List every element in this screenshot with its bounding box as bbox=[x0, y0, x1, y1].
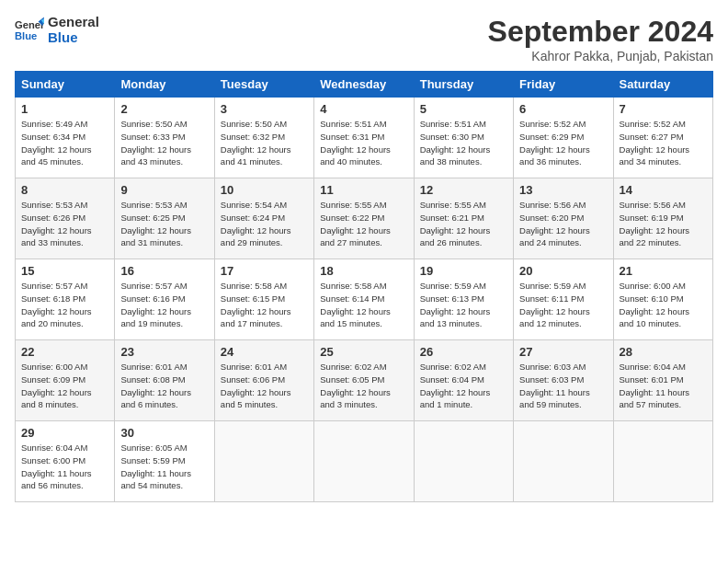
day-info: Sunrise: 6:02 AM Sunset: 6:05 PM Dayligh… bbox=[320, 361, 407, 411]
day-info: Sunrise: 6:04 AM Sunset: 6:01 PM Dayligh… bbox=[620, 361, 707, 411]
calendar-day-13: 13Sunrise: 5:56 AM Sunset: 6:20 PM Dayli… bbox=[514, 178, 613, 259]
day-number: 8 bbox=[21, 183, 108, 197]
day-info: Sunrise: 6:03 AM Sunset: 6:03 PM Dayligh… bbox=[519, 361, 607, 411]
day-number: 24 bbox=[221, 345, 308, 359]
calendar-day-empty bbox=[214, 421, 313, 502]
day-info: Sunrise: 6:01 AM Sunset: 6:06 PM Dayligh… bbox=[221, 361, 308, 411]
calendar-day-29: 29Sunrise: 6:04 AM Sunset: 6:00 PM Dayli… bbox=[16, 421, 115, 502]
calendar-day-6: 6Sunrise: 5:52 AM Sunset: 6:29 PM Daylig… bbox=[514, 98, 613, 178]
calendar-header-row: SundayMondayTuesdayWednesdayThursdayFrid… bbox=[16, 72, 713, 98]
day-info: Sunrise: 5:49 AM Sunset: 6:34 PM Dayligh… bbox=[21, 118, 108, 168]
day-header-friday: Friday bbox=[514, 72, 613, 98]
logo: General Blue General Blue bbox=[15, 15, 99, 45]
day-header-saturday: Saturday bbox=[613, 72, 712, 98]
calendar-day-24: 24Sunrise: 6:01 AM Sunset: 6:06 PM Dayli… bbox=[214, 340, 313, 421]
calendar-day-8: 8Sunrise: 5:53 AM Sunset: 6:26 PM Daylig… bbox=[16, 178, 115, 259]
calendar-day-11: 11Sunrise: 5:55 AM Sunset: 6:22 PM Dayli… bbox=[314, 178, 414, 259]
day-info: Sunrise: 6:04 AM Sunset: 6:00 PM Dayligh… bbox=[21, 442, 108, 492]
day-info: Sunrise: 5:57 AM Sunset: 6:16 PM Dayligh… bbox=[120, 280, 208, 330]
svg-text:Blue: Blue bbox=[15, 29, 37, 40]
calendar-day-23: 23Sunrise: 6:01 AM Sunset: 6:08 PM Dayli… bbox=[115, 340, 214, 421]
day-number: 26 bbox=[420, 345, 507, 359]
calendar-day-27: 27Sunrise: 6:03 AM Sunset: 6:03 PM Dayli… bbox=[514, 340, 613, 421]
calendar-week-1: 1Sunrise: 5:49 AM Sunset: 6:34 PM Daylig… bbox=[16, 98, 713, 178]
calendar-day-empty bbox=[613, 421, 712, 502]
month-title: September 2024 bbox=[488, 15, 713, 49]
location-subtitle: Kahror Pakka, Punjab, Pakistan bbox=[488, 49, 713, 63]
calendar-day-28: 28Sunrise: 6:04 AM Sunset: 6:01 PM Dayli… bbox=[613, 340, 712, 421]
calendar-day-empty bbox=[314, 421, 414, 502]
calendar-day-10: 10Sunrise: 5:54 AM Sunset: 6:24 PM Dayli… bbox=[214, 178, 313, 259]
day-number: 7 bbox=[620, 102, 707, 116]
day-info: Sunrise: 5:56 AM Sunset: 6:19 PM Dayligh… bbox=[620, 199, 707, 249]
calendar-week-5: 29Sunrise: 6:04 AM Sunset: 6:00 PM Dayli… bbox=[16, 421, 713, 502]
calendar-day-19: 19Sunrise: 5:59 AM Sunset: 6:13 PM Dayli… bbox=[414, 259, 513, 340]
day-info: Sunrise: 6:05 AM Sunset: 5:59 PM Dayligh… bbox=[120, 442, 208, 492]
day-number: 20 bbox=[519, 264, 607, 278]
calendar-week-4: 22Sunrise: 6:00 AM Sunset: 6:09 PM Dayli… bbox=[16, 340, 713, 421]
calendar-day-2: 2Sunrise: 5:50 AM Sunset: 6:33 PM Daylig… bbox=[115, 98, 214, 178]
day-number: 17 bbox=[221, 264, 308, 278]
day-number: 30 bbox=[120, 426, 208, 440]
day-number: 23 bbox=[120, 345, 208, 359]
day-info: Sunrise: 5:51 AM Sunset: 6:30 PM Dayligh… bbox=[420, 118, 507, 168]
calendar-day-12: 12Sunrise: 5:55 AM Sunset: 6:21 PM Dayli… bbox=[414, 178, 513, 259]
title-block: September 2024 Kahror Pakka, Punjab, Pak… bbox=[488, 15, 713, 63]
day-number: 27 bbox=[519, 345, 607, 359]
day-number: 15 bbox=[21, 264, 108, 278]
day-info: Sunrise: 5:59 AM Sunset: 6:13 PM Dayligh… bbox=[420, 280, 507, 330]
calendar-day-25: 25Sunrise: 6:02 AM Sunset: 6:05 PM Dayli… bbox=[314, 340, 414, 421]
calendar-day-17: 17Sunrise: 5:58 AM Sunset: 6:15 PM Dayli… bbox=[214, 259, 313, 340]
day-number: 25 bbox=[320, 345, 407, 359]
calendar-day-30: 30Sunrise: 6:05 AM Sunset: 5:59 PM Dayli… bbox=[115, 421, 214, 502]
day-info: Sunrise: 5:51 AM Sunset: 6:31 PM Dayligh… bbox=[320, 118, 407, 168]
day-info: Sunrise: 6:00 AM Sunset: 6:09 PM Dayligh… bbox=[21, 361, 108, 411]
day-number: 10 bbox=[221, 183, 308, 197]
calendar-day-5: 5Sunrise: 5:51 AM Sunset: 6:30 PM Daylig… bbox=[414, 98, 513, 178]
day-number: 9 bbox=[120, 183, 208, 197]
day-number: 19 bbox=[420, 264, 507, 278]
day-info: Sunrise: 5:58 AM Sunset: 6:15 PM Dayligh… bbox=[221, 280, 308, 330]
calendar-week-2: 8Sunrise: 5:53 AM Sunset: 6:26 PM Daylig… bbox=[16, 178, 713, 259]
day-info: Sunrise: 6:00 AM Sunset: 6:10 PM Dayligh… bbox=[620, 280, 707, 330]
day-number: 13 bbox=[519, 183, 607, 197]
day-number: 29 bbox=[21, 426, 108, 440]
page-header: General Blue General Blue September 2024… bbox=[15, 15, 713, 63]
day-number: 14 bbox=[620, 183, 707, 197]
calendar-day-7: 7Sunrise: 5:52 AM Sunset: 6:27 PM Daylig… bbox=[613, 98, 712, 178]
calendar-day-16: 16Sunrise: 5:57 AM Sunset: 6:16 PM Dayli… bbox=[115, 259, 214, 340]
day-info: Sunrise: 5:54 AM Sunset: 6:24 PM Dayligh… bbox=[221, 199, 308, 249]
calendar-day-20: 20Sunrise: 5:59 AM Sunset: 6:11 PM Dayli… bbox=[514, 259, 613, 340]
calendar-day-3: 3Sunrise: 5:50 AM Sunset: 6:32 PM Daylig… bbox=[214, 98, 313, 178]
logo-icon: General Blue bbox=[15, 16, 44, 45]
day-header-wednesday: Wednesday bbox=[314, 72, 414, 98]
day-number: 6 bbox=[519, 102, 607, 116]
day-info: Sunrise: 5:56 AM Sunset: 6:20 PM Dayligh… bbox=[519, 199, 607, 249]
day-header-monday: Monday bbox=[115, 72, 214, 98]
calendar-week-3: 15Sunrise: 5:57 AM Sunset: 6:18 PM Dayli… bbox=[16, 259, 713, 340]
day-header-sunday: Sunday bbox=[16, 72, 115, 98]
day-header-thursday: Thursday bbox=[414, 72, 513, 98]
calendar-table: SundayMondayTuesdayWednesdayThursdayFrid… bbox=[15, 71, 713, 502]
day-info: Sunrise: 5:55 AM Sunset: 6:22 PM Dayligh… bbox=[320, 199, 407, 249]
calendar-day-22: 22Sunrise: 6:00 AM Sunset: 6:09 PM Dayli… bbox=[16, 340, 115, 421]
day-number: 4 bbox=[320, 102, 407, 116]
calendar-day-15: 15Sunrise: 5:57 AM Sunset: 6:18 PM Dayli… bbox=[16, 259, 115, 340]
day-info: Sunrise: 5:53 AM Sunset: 6:26 PM Dayligh… bbox=[21, 199, 108, 249]
calendar-day-9: 9Sunrise: 5:53 AM Sunset: 6:25 PM Daylig… bbox=[115, 178, 214, 259]
day-info: Sunrise: 5:58 AM Sunset: 6:14 PM Dayligh… bbox=[320, 280, 407, 330]
day-number: 2 bbox=[120, 102, 208, 116]
day-info: Sunrise: 6:01 AM Sunset: 6:08 PM Dayligh… bbox=[120, 361, 208, 411]
calendar-day-14: 14Sunrise: 5:56 AM Sunset: 6:19 PM Dayli… bbox=[613, 178, 712, 259]
day-number: 22 bbox=[21, 345, 108, 359]
day-info: Sunrise: 5:50 AM Sunset: 6:33 PM Dayligh… bbox=[120, 118, 208, 168]
day-info: Sunrise: 6:02 AM Sunset: 6:04 PM Dayligh… bbox=[420, 361, 507, 411]
calendar-day-1: 1Sunrise: 5:49 AM Sunset: 6:34 PM Daylig… bbox=[16, 98, 115, 178]
day-info: Sunrise: 5:57 AM Sunset: 6:18 PM Dayligh… bbox=[21, 280, 108, 330]
day-info: Sunrise: 5:55 AM Sunset: 6:21 PM Dayligh… bbox=[420, 199, 507, 249]
logo-general: General bbox=[48, 14, 99, 29]
day-number: 21 bbox=[620, 264, 707, 278]
day-number: 16 bbox=[120, 264, 208, 278]
day-info: Sunrise: 5:50 AM Sunset: 6:32 PM Dayligh… bbox=[221, 118, 308, 168]
calendar-day-4: 4Sunrise: 5:51 AM Sunset: 6:31 PM Daylig… bbox=[314, 98, 414, 178]
